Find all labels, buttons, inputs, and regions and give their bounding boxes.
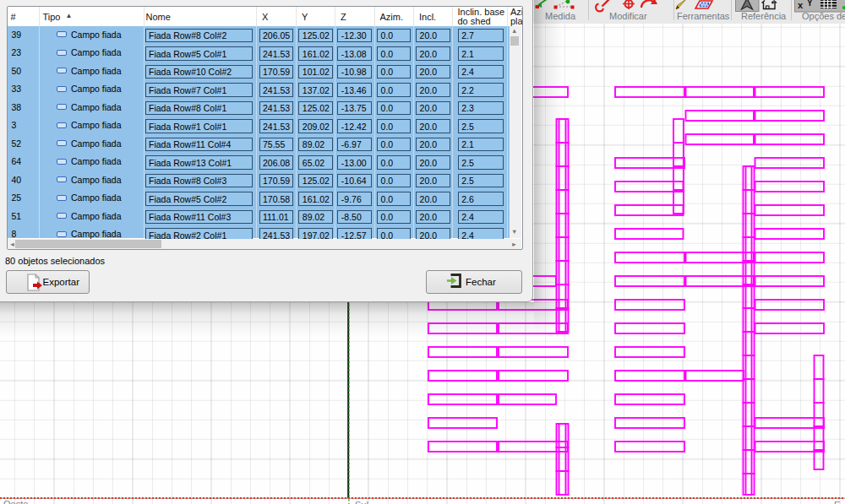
- svg-text:Sul: Sul: [355, 500, 368, 504]
- svg-text:Oeste: Oeste: [3, 499, 28, 504]
- svg-text:E: E: [834, 500, 840, 504]
